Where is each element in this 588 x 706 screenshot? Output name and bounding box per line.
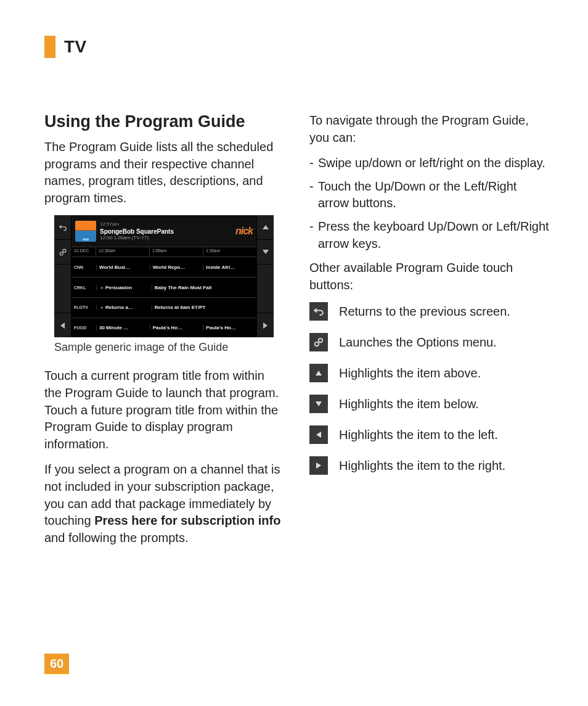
program-cell: Returns at 6am ET/PT xyxy=(152,305,256,310)
program-cell: Inside Afri… xyxy=(203,265,256,270)
heading-using-program-guide: Using the Program Guide xyxy=(44,112,285,131)
guide-time-header: 22 DEC 12:30am 1:00am 1:30am xyxy=(71,247,256,257)
channel-label: FLOTV xyxy=(71,305,96,310)
guide-left-sidebar xyxy=(54,215,71,337)
dash: - xyxy=(309,178,318,212)
legend-row-down: Highlights the item below. xyxy=(309,395,550,413)
guide-row: FLOTV◄Returns a…Returns at 6am ET/PT xyxy=(71,298,256,318)
legend-row-options: Launches the Options menu. xyxy=(309,333,550,351)
time-slot: 1:30am xyxy=(203,247,256,257)
channel-thumbnail: nick xyxy=(75,221,96,242)
guide-date: 22 DEC xyxy=(71,247,96,257)
guide-row: CRKL◄PersuasionBaby The Rain Must Fall xyxy=(71,277,256,298)
program-cell: World Repo… xyxy=(150,265,203,270)
dash: - xyxy=(309,218,318,252)
program-cell: ◄Returns a… xyxy=(96,305,152,310)
nav-item-text: Touch the Up/Down or the Left/Right arro… xyxy=(318,178,550,212)
nav-dash-list: -Swipe up/down or left/right on the disp… xyxy=(309,155,550,252)
legend-label: Highlights the item to the left. xyxy=(339,428,498,442)
back-icon xyxy=(309,302,328,321)
time-slot: 1:00am xyxy=(150,247,203,257)
paragraph-subscription: If you select a program on a channel tha… xyxy=(44,461,285,546)
section-title: TV xyxy=(64,37,86,57)
guide-sidebar-spacer xyxy=(54,265,71,313)
p3-bold: Press here for subscription info xyxy=(94,514,280,527)
svg-marker-5 xyxy=(316,401,322,406)
legend-row-right: Highlights the item to the right. xyxy=(309,456,550,475)
left-column: Using the Program Guide The Program Guid… xyxy=(44,112,285,555)
guide-main: nick 12:57am SpongeBob SquarePants 12.00… xyxy=(71,215,256,337)
program-guide-screenshot: nick 12:57am SpongeBob SquarePants 12.00… xyxy=(54,215,274,337)
header-accent-bar xyxy=(44,36,55,58)
time-slot: 12:30am xyxy=(96,247,150,257)
legend-label: Highlights the item below. xyxy=(339,397,479,411)
intro-paragraph: The Program Guide lists all the schedule… xyxy=(44,139,285,207)
guide-clock: 12:57am xyxy=(100,221,232,227)
svg-point-1 xyxy=(62,249,65,252)
paragraph-touch-program: Touch a current program title from withi… xyxy=(44,367,285,453)
channel-label: FOOD xyxy=(71,326,96,330)
options-icon xyxy=(309,333,328,351)
program-cell: Paula's Ho… xyxy=(203,325,256,330)
legend-row-up: Highlights the item above. xyxy=(309,364,550,382)
right-icon xyxy=(309,456,328,475)
up-icon xyxy=(309,364,328,382)
legend-row-back: Returns to the previous screen. xyxy=(309,302,550,321)
button-legend: Returns to the previous screen.Launches … xyxy=(309,302,550,475)
program-cell: Baby The Rain Must Fall xyxy=(152,285,256,290)
page-number: 60 xyxy=(44,654,69,674)
program-cell: Paula's Ho… xyxy=(150,325,203,330)
nav-item: -Touch the Up/Down or the Left/Right arr… xyxy=(309,178,550,212)
right-column: To navigate through the Program Guide, y… xyxy=(309,112,550,555)
legend-label: Highlights the item above. xyxy=(339,366,481,380)
svg-point-2 xyxy=(315,342,319,346)
left-icon xyxy=(309,425,328,444)
p3-part-b: and following the prompts. xyxy=(44,531,188,544)
down-arrow-icon xyxy=(257,240,274,265)
legend-label: Launches the Options menu. xyxy=(339,335,497,350)
svg-point-3 xyxy=(319,339,322,342)
guide-row: FOOD30 Minute …Paula's Ho…Paula's Ho… xyxy=(71,318,256,338)
back-icon xyxy=(54,215,71,240)
svg-marker-4 xyxy=(316,371,322,376)
guide-row: CNNWorld Busi…World Repo…Inside Afri… xyxy=(71,257,256,277)
right-arrow-icon xyxy=(257,313,274,337)
other-buttons-intro: Other available Program Guide touch butt… xyxy=(309,260,550,293)
guide-rows: CNNWorld Busi…World Repo…Inside Afri…CRK… xyxy=(71,257,256,337)
hero-channel-logo: nick xyxy=(235,226,253,237)
down-icon xyxy=(309,395,328,413)
page: TV Using the Program Guide The Program G… xyxy=(0,0,588,706)
svg-point-0 xyxy=(60,252,63,255)
nav-item-text: Swipe up/down or left/right on the displ… xyxy=(318,155,550,172)
nav-item-text: Press the keyboard Up/Down or Left/Right… xyxy=(318,218,550,252)
legend-label: Highlights the item to the right. xyxy=(339,459,505,473)
hero-subtitle: 12.00-1.00am (TV-Y7) xyxy=(100,235,232,240)
program-cell: ◄Persuasion xyxy=(96,285,152,290)
legend-label: Returns to the previous screen. xyxy=(339,305,510,319)
section-header: TV xyxy=(44,36,550,58)
guide-hero: nick 12:57am SpongeBob SquarePants 12.00… xyxy=(71,215,256,247)
hero-meta: 12:57am SpongeBob SquarePants 12.00-1.00… xyxy=(100,221,232,240)
program-cell: 30 Minute … xyxy=(96,325,150,330)
nav-item: -Press the keyboard Up/Down or Left/Righ… xyxy=(309,218,550,252)
hero-title: SpongeBob SquarePants xyxy=(100,228,232,235)
nav-intro: To navigate through the Program Guide, y… xyxy=(309,112,550,146)
up-arrow-icon xyxy=(257,215,274,240)
guide-right-sidebar xyxy=(256,215,274,337)
content-columns: Using the Program Guide The Program Guid… xyxy=(44,112,550,555)
svg-marker-6 xyxy=(316,432,321,438)
screenshot-caption: Sample generic image of the Guide xyxy=(54,341,285,354)
guide-sidebar-spacer xyxy=(257,265,274,313)
legend-row-left: Highlights the item to the left. xyxy=(309,425,550,444)
program-cell: World Busi… xyxy=(96,265,150,270)
options-icon xyxy=(54,240,71,265)
channel-label: CNN xyxy=(71,265,96,269)
channel-label: CRKL xyxy=(71,285,96,290)
svg-marker-7 xyxy=(316,462,321,469)
nav-item: -Swipe up/down or left/right on the disp… xyxy=(309,155,550,172)
left-arrow-icon xyxy=(54,313,71,337)
dash: - xyxy=(309,155,318,172)
